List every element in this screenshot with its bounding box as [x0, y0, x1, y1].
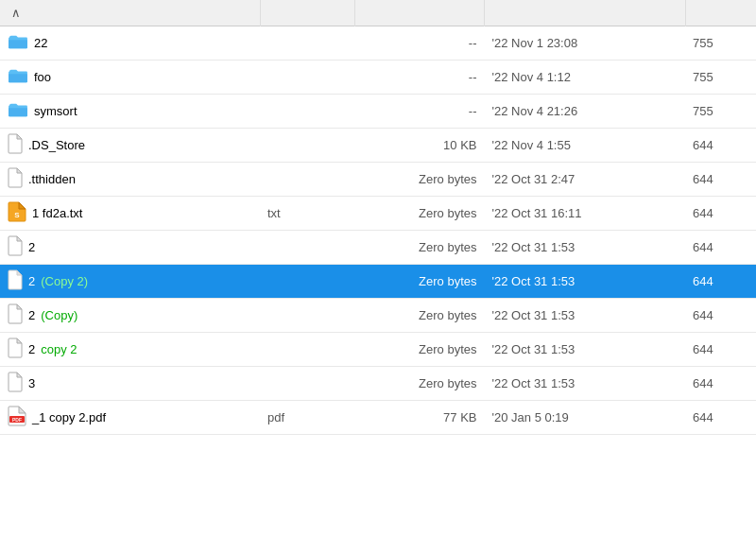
cell-size: -- — [354, 61, 485, 95]
cell-permissions: 644 — [685, 163, 756, 197]
cell-permissions: 644 — [685, 197, 756, 231]
file-name-copy: copy 2 — [41, 342, 77, 356]
cell-permissions: 755 — [685, 61, 756, 95]
folder-icon — [8, 67, 28, 87]
cell-modified: '22 Oct 31 2:47 — [485, 163, 686, 197]
col-header-modified[interactable] — [485, 0, 686, 26]
cell-name: S 1 fd2a.txt — [0, 197, 260, 231]
file-icon — [8, 235, 23, 259]
file-name: 3 — [28, 376, 35, 390]
file-name: 1 fd2a.txt — [32, 206, 82, 220]
folder-icon — [8, 101, 28, 121]
cell-name: 2 (Copy 2) — [0, 265, 260, 299]
file-name: 2 — [28, 240, 35, 254]
col-header-extension[interactable] — [260, 0, 354, 26]
cell-extension — [260, 95, 354, 129]
sublime-icon: S — [8, 201, 26, 225]
file-icon — [8, 133, 23, 157]
cell-modified: '20 Jan 5 0:19 — [485, 401, 686, 435]
cell-extension: pdf — [260, 401, 354, 435]
file-name-copy: (Copy) — [41, 308, 77, 322]
file-name: 2 — [28, 308, 35, 322]
file-icon — [8, 303, 23, 327]
cell-extension — [260, 367, 354, 401]
cell-modified: '22 Oct 31 1:53 — [485, 367, 686, 401]
svg-text:PDF: PDF — [12, 417, 22, 423]
table-row[interactable]: 2 (Copy)Zero bytes'22 Oct 31 1:53644 — [0, 299, 756, 333]
cell-size: Zero bytes — [354, 265, 485, 299]
cell-name: 2 — [0, 231, 260, 265]
cell-extension: txt — [260, 197, 354, 231]
file-name-copy: (Copy 2) — [41, 274, 88, 288]
cell-modified: '22 Nov 4 1:55 — [485, 129, 686, 163]
cell-permissions: 644 — [685, 401, 756, 435]
table-row[interactable]: PDF _1 copy 2.pdfpdf77 KB'20 Jan 5 0:196… — [0, 401, 756, 435]
cell-name: 2 (Copy) — [0, 299, 260, 333]
file-icon — [8, 338, 23, 361]
cell-extension — [260, 61, 354, 95]
cell-modified: '22 Nov 4 1:12 — [485, 61, 686, 95]
cell-modified: '22 Oct 31 1:53 — [485, 333, 686, 367]
file-name: 22 — [34, 36, 47, 50]
cell-extension — [260, 333, 354, 367]
file-list-table: ∧ 22--'22 Nov 1 23:08755 foo--'22 Nov 4 … — [0, 0, 756, 435]
table-row[interactable]: 3Zero bytes'22 Oct 31 1:53644 — [0, 367, 756, 401]
cell-name: foo — [0, 61, 260, 95]
file-name: _1 copy 2.pdf — [32, 410, 106, 424]
table-row[interactable]: 2 copy 2Zero bytes'22 Oct 31 1:53644 — [0, 333, 756, 367]
cell-extension — [260, 163, 354, 197]
cell-modified: '22 Oct 31 1:53 — [485, 231, 686, 265]
cell-permissions: 644 — [685, 299, 756, 333]
cell-permissions: 644 — [685, 129, 756, 163]
cell-permissions: 755 — [685, 95, 756, 129]
col-header-size[interactable] — [354, 0, 485, 26]
cell-modified: '22 Oct 31 1:53 — [485, 299, 686, 333]
sort-arrow-icon: ∧ — [11, 6, 21, 20]
cell-modified: '22 Oct 31 16:11 — [485, 197, 686, 231]
table-row[interactable]: 2Zero bytes'22 Oct 31 1:53644 — [0, 231, 756, 265]
cell-modified: '22 Nov 1 23:08 — [485, 26, 686, 61]
cell-size: Zero bytes — [354, 231, 485, 265]
table-header-row: ∧ — [0, 0, 756, 26]
cell-size: 77 KB — [354, 401, 485, 435]
cell-name: 2 copy 2 — [0, 333, 260, 367]
col-header-name[interactable]: ∧ — [0, 0, 260, 26]
table-row[interactable]: 2 (Copy 2)Zero bytes'22 Oct 31 1:53644 — [0, 265, 756, 299]
file-name: .tthidden — [28, 172, 76, 186]
cell-name: 22 — [0, 26, 260, 61]
table-row[interactable]: symsort--'22 Nov 4 21:26755 — [0, 95, 756, 129]
cell-extension — [260, 129, 354, 163]
table-row[interactable]: .tthiddenZero bytes'22 Oct 31 2:47644 — [0, 163, 756, 197]
cell-name: .DS_Store — [0, 129, 260, 163]
cell-size: -- — [354, 95, 485, 129]
cell-extension — [260, 299, 354, 333]
file-icon — [8, 269, 23, 293]
cell-size: Zero bytes — [354, 163, 485, 197]
cell-modified: '22 Nov 4 21:26 — [485, 95, 686, 129]
cell-size: Zero bytes — [354, 367, 485, 401]
file-icon — [8, 372, 23, 395]
cell-size: -- — [354, 26, 485, 61]
cell-permissions: 644 — [685, 333, 756, 367]
cell-name: .tthidden — [0, 163, 260, 197]
cell-size: 10 KB — [354, 129, 485, 163]
svg-text:S: S — [14, 211, 20, 219]
table-row[interactable]: .DS_Store10 KB'22 Nov 4 1:55644 — [0, 129, 756, 163]
cell-permissions: 644 — [685, 367, 756, 401]
cell-extension — [260, 231, 354, 265]
file-name: symsort — [34, 104, 77, 118]
cell-permissions: 644 — [685, 231, 756, 265]
cell-extension — [260, 265, 354, 299]
cell-permissions: 755 — [685, 26, 756, 61]
cell-modified: '22 Oct 31 1:53 — [485, 265, 686, 299]
cell-extension — [260, 26, 354, 61]
cell-size: Zero bytes — [354, 333, 485, 367]
cell-name: symsort — [0, 95, 260, 129]
table-row[interactable]: S 1 fd2a.txttxtZero bytes'22 Oct 31 16:1… — [0, 197, 756, 231]
col-header-permissions[interactable] — [685, 0, 756, 26]
table-row[interactable]: foo--'22 Nov 4 1:12755 — [0, 61, 756, 95]
file-icon — [8, 167, 23, 191]
file-name: 2 — [28, 274, 35, 288]
cell-permissions: 644 — [685, 265, 756, 299]
table-row[interactable]: 22--'22 Nov 1 23:08755 — [0, 26, 756, 61]
